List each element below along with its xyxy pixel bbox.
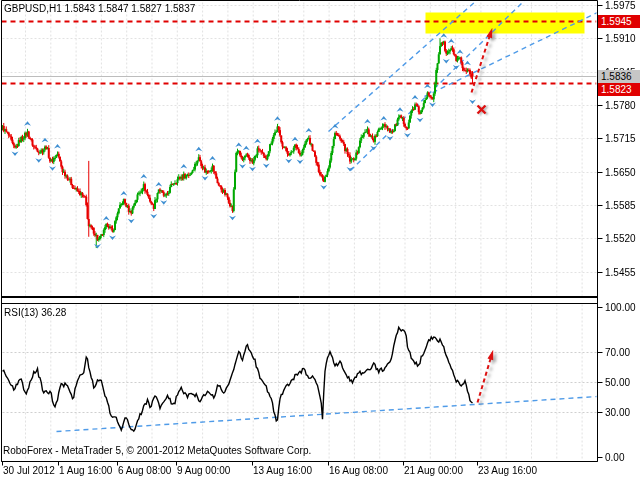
time-axis-tick: 1 Aug 16:00 xyxy=(59,465,112,476)
copyright-text: RoboForex - MetaTrader 5, © 2001-2012 Me… xyxy=(3,445,311,457)
time-axis-tick: 23 Aug 16:00 xyxy=(478,465,537,476)
price-level-badge: 1.5945 xyxy=(598,15,640,28)
time-axis-tick: 21 Aug 00:00 xyxy=(404,465,463,476)
price-axis-tick: 1.5780 xyxy=(605,100,636,111)
chart-title-ohlc: GBPUSD,H1 1.5843 1.5847 1.5827 1.5837 xyxy=(4,3,195,15)
price-axis-tick: 1.5585 xyxy=(605,200,636,211)
metatrader-chart-window: GBPUSD,H1 1.5843 1.5847 1.5827 1.5837 RS… xyxy=(0,0,640,479)
rsi-axis-tick: 30.00 xyxy=(605,407,630,418)
price-axis-tick: 1.5910 xyxy=(605,33,636,44)
rsi-indicator-label: RSI(13) 36.28 xyxy=(4,307,66,319)
price-axis-tick: 1.5715 xyxy=(605,133,636,144)
rsi-axis-tick: 100.00 xyxy=(605,302,636,313)
rsi-axis-tick: 70.00 xyxy=(605,347,630,358)
rsi-axis-tick: 0.00 xyxy=(605,452,624,463)
price-level-badge: 1.5823 xyxy=(598,83,640,96)
time-axis-tick: 9 Aug 00:00 xyxy=(177,465,230,476)
price-axis-tick: 1.5650 xyxy=(605,167,636,178)
bid-price-badge: 1.5836 xyxy=(598,70,640,83)
price-axis-tick: 1.5520 xyxy=(605,233,636,244)
chart-canvas[interactable] xyxy=(0,0,640,479)
time-axis-tick: 30 Jul 2012 xyxy=(3,465,55,476)
time-axis-tick: 13 Aug 16:00 xyxy=(253,465,312,476)
time-axis-tick: 6 Aug 08:00 xyxy=(118,465,171,476)
rsi-axis-tick: 50.00 xyxy=(605,377,630,388)
time-axis-tick: 16 Aug 08:00 xyxy=(329,465,388,476)
price-axis-tick: 1.5455 xyxy=(605,267,636,278)
price-axis-tick: 1.5975 xyxy=(605,0,636,11)
